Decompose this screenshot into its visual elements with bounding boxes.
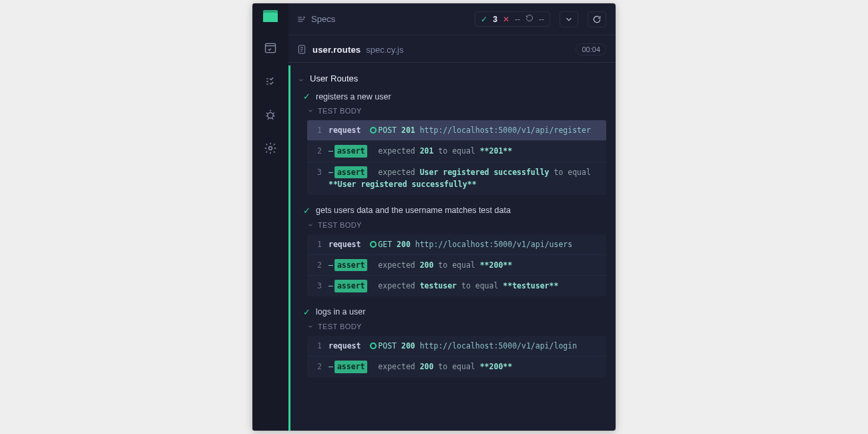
pending-count: -- xyxy=(539,15,544,24)
svg-point-1 xyxy=(268,113,273,118)
pass-count: 3 xyxy=(493,15,497,24)
chevron-down-icon xyxy=(307,222,314,228)
command-body: –assert expected User registered success… xyxy=(329,166,600,191)
spec-file-ext: spec.cy.js xyxy=(366,45,403,55)
command-index: 1 xyxy=(314,238,322,250)
specs-nav-icon[interactable] xyxy=(263,41,278,55)
test-row[interactable]: ✓logs in a user xyxy=(288,303,616,320)
command-body: request GET 200 http://localhost:5000/v1… xyxy=(329,238,600,250)
command-row[interactable]: 1request GET 200 http://localhost:5000/v… xyxy=(307,234,606,254)
app-window: Specs ✓ 3 ✕ -- -- xyxy=(252,3,616,431)
specs-list-icon xyxy=(296,15,306,24)
command-index: 2 xyxy=(314,259,322,271)
command-body: request POST 201 http://localhost:5000/v… xyxy=(329,124,600,136)
test-row[interactable]: ✓gets users data and the username matche… xyxy=(288,202,616,218)
sidebar xyxy=(252,3,288,431)
header: Specs ✓ 3 ✕ -- -- xyxy=(288,3,616,35)
command-body: –assert expected 200 to equal **200** xyxy=(329,259,600,271)
debug-nav-icon[interactable] xyxy=(263,107,278,122)
check-icon: ✓ xyxy=(303,307,310,317)
test-body-header[interactable]: TEST BODY xyxy=(288,218,616,232)
chevron-down-icon xyxy=(298,75,304,82)
command-index: 1 xyxy=(314,340,322,352)
command-body: request POST 200 http://localhost:5000/v… xyxy=(329,340,600,352)
suite-name: User Routes xyxy=(310,73,358,83)
command-log: 1request GET 200 http://localhost:5000/v… xyxy=(307,234,606,296)
status-dot-icon xyxy=(370,343,377,349)
test-body-label: TEST BODY xyxy=(318,322,362,331)
command-body: –assert expected testuser to equal **tes… xyxy=(329,280,600,292)
spec-title-row: user.routes spec.cy.js 00:04 xyxy=(288,35,616,62)
command-index: 3 xyxy=(314,280,322,292)
main-panel: Specs ✓ 3 ✕ -- -- xyxy=(288,3,616,431)
check-icon: ✓ xyxy=(303,91,310,101)
pending-icon xyxy=(525,14,533,24)
test-body-header[interactable]: TEST BODY xyxy=(288,320,616,333)
pass-rail xyxy=(288,65,290,431)
command-log: 1request POST 201 http://localhost:5000/… xyxy=(307,120,606,195)
command-index: 3 xyxy=(314,166,322,178)
test-body-label: TEST BODY xyxy=(318,221,362,229)
chevron-down-icon xyxy=(307,323,314,330)
fail-count: -- xyxy=(515,15,520,24)
results-body[interactable]: User Routes ✓registers a new userTEST BO… xyxy=(288,65,616,431)
pass-icon: ✓ xyxy=(481,15,487,24)
suite-header[interactable]: User Routes xyxy=(288,69,616,87)
svg-point-2 xyxy=(269,147,272,150)
svg-rect-0 xyxy=(266,43,276,52)
chevron-down-icon xyxy=(307,107,314,114)
command-index: 2 xyxy=(314,361,322,373)
check-icon: ✓ xyxy=(303,206,310,216)
command-index: 2 xyxy=(314,145,322,157)
spec-file-name: user.routes xyxy=(312,45,361,55)
file-icon xyxy=(296,44,307,55)
command-row[interactable]: 2–assert expected 200 to equal **200** xyxy=(307,356,606,377)
test-row[interactable]: ✓registers a new user xyxy=(288,87,616,104)
spec-duration: 00:04 xyxy=(576,43,606,55)
command-row[interactable]: 2–assert expected 201 to equal **201** xyxy=(307,140,606,161)
test-title: registers a new user xyxy=(316,92,391,101)
app-logo-icon xyxy=(263,10,278,22)
command-row[interactable]: 1request POST 201 http://localhost:5000/… xyxy=(307,120,606,140)
expand-toggle-button[interactable] xyxy=(560,11,578,27)
rerun-button[interactable] xyxy=(588,11,606,27)
divider xyxy=(288,62,616,63)
settings-nav-icon[interactable] xyxy=(263,141,278,156)
test-body-label: TEST BODY xyxy=(318,107,362,115)
test-title: gets users data and the username matches… xyxy=(316,206,511,215)
fail-icon: ✕ xyxy=(503,15,509,24)
test-body-header[interactable]: TEST BODY xyxy=(288,104,616,118)
status-dot-icon xyxy=(370,241,377,248)
command-body: –assert expected 200 to equal **200** xyxy=(329,361,600,373)
command-row[interactable]: 1request POST 200 http://localhost:5000/… xyxy=(307,336,606,356)
status-dot-icon xyxy=(370,127,377,134)
runs-nav-icon[interactable] xyxy=(263,74,278,89)
test-stats: ✓ 3 ✕ -- -- xyxy=(475,11,550,27)
command-log: 1request POST 200 http://localhost:5000/… xyxy=(307,336,606,377)
specs-breadcrumb[interactable]: Specs xyxy=(296,14,335,24)
command-row[interactable]: 2–assert expected 200 to equal **200** xyxy=(307,254,606,275)
command-row[interactable]: 3–assert expected User registered succes… xyxy=(307,162,606,195)
specs-label: Specs xyxy=(311,14,335,24)
command-body: –assert expected 201 to equal **201** xyxy=(329,145,600,157)
command-index: 1 xyxy=(314,124,322,136)
test-title: logs in a user xyxy=(316,307,365,316)
command-row[interactable]: 3–assert expected testuser to equal **te… xyxy=(307,275,606,296)
